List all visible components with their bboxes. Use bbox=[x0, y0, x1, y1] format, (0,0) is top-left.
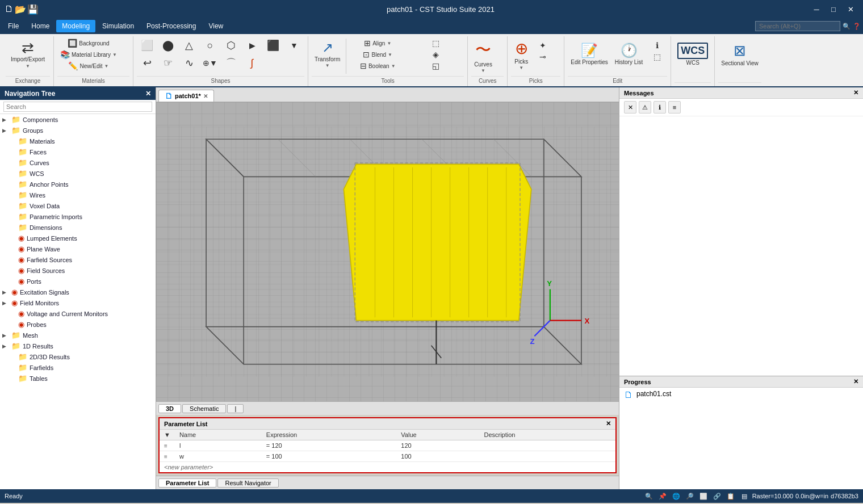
tree-item-farfield-sources[interactable]: ◉Farfield Sources bbox=[0, 254, 156, 265]
status-copy-icon[interactable]: 📋 bbox=[725, 490, 736, 502]
search-input[interactable] bbox=[755, 21, 840, 31]
tree-item-ports[interactable]: ◉Ports bbox=[0, 276, 156, 287]
transform-button[interactable]: ↗ Transform ▼ bbox=[312, 37, 343, 70]
bottom-tab-resultnavigator[interactable]: Result Navigator bbox=[217, 478, 278, 488]
search-icon[interactable]: 🔍 bbox=[843, 23, 851, 30]
shape-dropdown[interactable]: ▶ bbox=[242, 37, 262, 53]
wcs-button[interactable]: WCS WCS bbox=[675, 37, 711, 70]
tree-item-dimensions[interactable]: 📁Dimensions bbox=[0, 222, 156, 233]
view-tab-schematic[interactable]: Schematic bbox=[182, 404, 226, 413]
tree-item-2d/3d-results[interactable]: 📁2D/3D Results bbox=[0, 351, 156, 362]
progress-close[interactable]: ✕ bbox=[853, 378, 858, 385]
tree-item-anchor-points[interactable]: 📁Anchor Points bbox=[0, 179, 156, 190]
material-library-button[interactable]: 📚 Material Library ▼ bbox=[57, 49, 120, 60]
edit-sub-1[interactable]: ℹ bbox=[647, 40, 667, 51]
viewport-tab-patch01[interactable]: 🗋 patch01* ✕ bbox=[158, 90, 214, 102]
tab-close-icon[interactable]: ✕ bbox=[203, 93, 208, 99]
tool-btn-2[interactable]: ◈ bbox=[407, 49, 464, 60]
tree-item-mesh[interactable]: ▶📁Mesh bbox=[0, 330, 156, 341]
menu-file[interactable]: File bbox=[2, 20, 24, 32]
messages-close[interactable]: ✕ bbox=[853, 89, 858, 96]
param-row-l[interactable]: ≡ l = 120 120 bbox=[160, 440, 615, 451]
nav-tree-close[interactable]: ✕ bbox=[145, 90, 151, 98]
tree-item-excitation-signals[interactable]: ▶◉Excitation Signals bbox=[0, 287, 156, 297]
status-zoom-icon[interactable]: 🔍 bbox=[643, 490, 655, 502]
bottom-tab-paramlist[interactable]: Parameter List bbox=[158, 478, 216, 488]
tree-item-wcs[interactable]: 📁WCS bbox=[0, 168, 156, 179]
tree-item-field-monitors[interactable]: ▶◉Field Monitors bbox=[0, 297, 156, 308]
shape-btn-3[interactable]: △ bbox=[179, 37, 199, 53]
close-button[interactable]: ✕ bbox=[843, 3, 858, 15]
param-list-close[interactable]: ✕ bbox=[606, 420, 611, 427]
shape-btn-6[interactable]: ↩ bbox=[137, 54, 157, 72]
tree-item-wires[interactable]: 📁Wires bbox=[0, 190, 156, 200]
picks-button[interactable]: ⊕ Picks ▼ bbox=[511, 37, 531, 72]
msg-clear-btn[interactable]: ✕ bbox=[624, 101, 636, 114]
shape-btn-5[interactable]: ⬡ bbox=[221, 37, 241, 53]
param-col-filter[interactable]: ▼ bbox=[160, 430, 175, 440]
menu-view[interactable]: View bbox=[203, 20, 229, 32]
sectional-view-button[interactable]: ⊠ Sectional View bbox=[718, 37, 761, 70]
shape-extrude[interactable]: ⬛ bbox=[263, 37, 283, 53]
status-search-icon[interactable]: 🔎 bbox=[684, 490, 696, 502]
status-pin-icon[interactable]: 📌 bbox=[657, 490, 668, 502]
shape-btn-9[interactable]: ⊕▼ bbox=[200, 54, 220, 72]
param-row-w[interactable]: ≡ w = 100 100 bbox=[160, 451, 615, 462]
blend-button[interactable]: ⊡ Blend ▼ bbox=[349, 49, 406, 60]
status-layers-icon[interactable]: ▤ bbox=[739, 490, 750, 502]
msg-warning-btn[interactable]: ⚠ bbox=[639, 101, 651, 114]
import-export-button[interactable]: ⇄ Import/Export ▼ bbox=[6, 37, 50, 72]
shape-btn-8[interactable]: ∿ bbox=[179, 54, 199, 72]
status-box-icon[interactable]: ⬜ bbox=[698, 490, 709, 502]
tool-btn-3[interactable]: ◱ bbox=[407, 60, 464, 72]
maximize-button[interactable]: □ bbox=[826, 3, 841, 15]
new-edit-button[interactable]: ✏️ New/Edit ▼ bbox=[57, 60, 120, 72]
curves-button[interactable]: 〜 Curves ▼ bbox=[471, 37, 495, 75]
tree-item-materials[interactable]: 📁Materials bbox=[0, 136, 156, 146]
status-link-icon[interactable]: 🔗 bbox=[711, 490, 723, 502]
edit-sub-2[interactable]: ⬚ bbox=[647, 51, 667, 62]
msg-list-btn[interactable]: ≡ bbox=[668, 101, 681, 114]
boolean-button[interactable]: ⊟ Boolean ▼ bbox=[349, 60, 406, 72]
pick-sub-2[interactable]: ⊸ bbox=[533, 51, 553, 62]
menu-home[interactable]: Home bbox=[26, 20, 55, 32]
shape-btn-11[interactable]: ∫ bbox=[242, 54, 262, 72]
tree-item-lumped-elements[interactable]: ◉Lumped Elements bbox=[0, 233, 156, 243]
menu-modeling[interactable]: Modeling bbox=[56, 20, 95, 32]
tree-item-curves[interactable]: 📁Curves bbox=[0, 157, 156, 168]
shape-btn-1[interactable]: ⬜ bbox=[137, 37, 157, 53]
view-tab-extra[interactable]: | bbox=[227, 404, 244, 413]
shape-btn-10[interactable]: ⌒ bbox=[221, 54, 241, 72]
tool-btn-1[interactable]: ⬚ bbox=[407, 37, 464, 49]
tree-item-tables[interactable]: 📁Tables bbox=[0, 373, 156, 384]
align-button[interactable]: ⊞ Align ▼ bbox=[349, 37, 406, 49]
msg-info-btn[interactable]: ℹ bbox=[653, 101, 666, 114]
menu-postprocessing[interactable]: Post-Processing bbox=[141, 20, 202, 32]
tree-item-field-sources[interactable]: ◉Field Sources bbox=[0, 265, 156, 276]
tree-item-voltage-and-current-monitors[interactable]: ◉Voltage and Current Monitors bbox=[0, 308, 156, 319]
menu-simulation[interactable]: Simulation bbox=[97, 20, 140, 32]
tree-item-voxel-data[interactable]: 📁Voxel Data bbox=[0, 200, 156, 211]
help-icon[interactable]: ❓ bbox=[853, 23, 861, 30]
tree-item-probes[interactable]: ◉Probes bbox=[0, 319, 156, 330]
status-world-icon[interactable]: 🌐 bbox=[671, 490, 682, 502]
nav-search-input[interactable] bbox=[3, 102, 152, 112]
tree-item-plane-wave[interactable]: ◉Plane Wave bbox=[0, 243, 156, 254]
tree-item-groups[interactable]: ▶📁Groups bbox=[0, 125, 156, 136]
tree-item-farfields[interactable]: 📁Farfields bbox=[0, 362, 156, 373]
view-tab-3d[interactable]: 3D bbox=[158, 404, 181, 413]
shape-btn-7[interactable]: ☞ bbox=[158, 54, 178, 72]
new-parameter-row[interactable]: <new parameter> bbox=[160, 462, 615, 472]
minimize-button[interactable]: ─ bbox=[808, 3, 824, 15]
viewport[interactable]: Z Y X bbox=[156, 102, 619, 401]
tree-item-1d-results[interactable]: ▶📁1D Results bbox=[0, 341, 156, 351]
edit-properties-button[interactable]: 📝 Edit Properties bbox=[568, 37, 611, 70]
history-list-button[interactable]: 🕐 History List bbox=[612, 37, 646, 70]
tree-item-faces[interactable]: 📁Faces bbox=[0, 146, 156, 157]
pick-sub-1[interactable]: ✦ bbox=[533, 40, 553, 51]
tree-item-components[interactable]: ▶📁Components bbox=[0, 114, 156, 125]
shape-btn-4[interactable]: ○ bbox=[200, 37, 220, 53]
background-button[interactable]: 🔲 Background bbox=[57, 37, 120, 49]
shape-btn-2[interactable]: ⬤ bbox=[158, 37, 178, 53]
shape-more[interactable]: ▼ bbox=[284, 37, 304, 53]
